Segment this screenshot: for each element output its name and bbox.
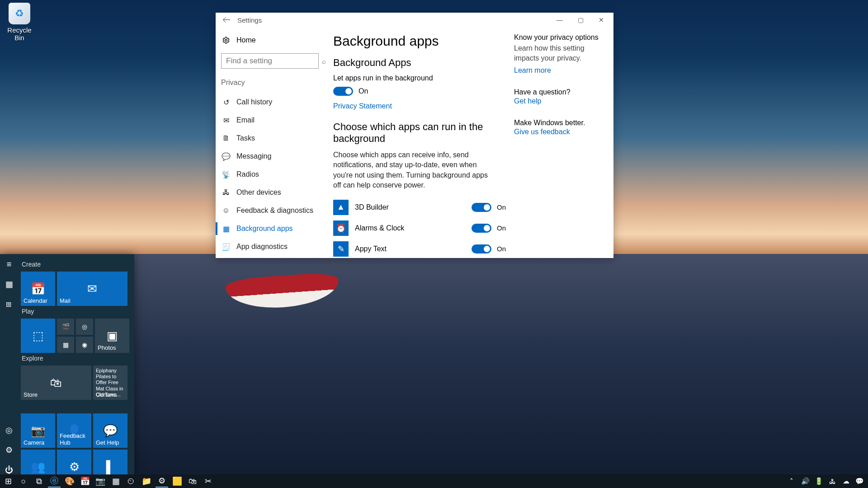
nav-label: Messaging — [236, 152, 271, 160]
tile-mail[interactable]: ✉Mail — [57, 272, 127, 306]
tile-store[interactable]: 🛍 Store — [21, 366, 91, 400]
tile-maps[interactable]: ◉ — [76, 337, 93, 353]
rail-list-icon[interactable]: 🗉 — [5, 300, 14, 309]
snip-icon[interactable]: ✂ — [202, 475, 214, 488]
get-help-link[interactable]: Get help — [514, 97, 608, 105]
tile-icon: 💬 — [103, 424, 118, 438]
tile-notes[interactable]: ▌ — [93, 450, 127, 474]
recycle-bin-label: Recycle Bin — [7, 26, 31, 42]
group-explore: Explore — [22, 355, 131, 362]
paint-icon[interactable]: 🎨 — [63, 475, 76, 488]
section-description: Choose which apps can receive info, send… — [333, 150, 496, 191]
settings-main: Background apps Background Apps Let apps… — [324, 27, 514, 258]
nav-item-diag[interactable]: 🧾App diagnostics — [221, 238, 324, 256]
title-bar: 🡠 Settings — ▢ ✕ — [216, 13, 613, 27]
tile-movies[interactable]: 🎬 — [57, 319, 74, 335]
photos-label: Photos — [98, 344, 116, 351]
tile-icon: 📷 — [31, 424, 45, 438]
maximize-button[interactable]: ▢ — [570, 13, 591, 27]
store-taskbar-icon[interactable]: 🛍 — [186, 475, 199, 488]
nav-item-tasks[interactable]: 🗎Tasks — [221, 129, 324, 147]
group-play: Play — [22, 308, 131, 315]
tile-settings[interactable]: ⚙ — [57, 450, 91, 474]
calendar-taskbar-icon[interactable]: 📅 — [79, 475, 91, 488]
nav-item-other[interactable]: 🖧Other devices — [221, 183, 324, 202]
settings-taskbar-icon[interactable]: ⚙ — [156, 475, 168, 488]
privacy-statement-link[interactable]: Privacy Statement — [333, 102, 506, 110]
rail-pinned-icon[interactable]: ▦ — [5, 280, 14, 289]
task-view-button[interactable]: ⧉ — [33, 475, 45, 488]
tile-groove[interactable]: ◎ — [76, 319, 93, 335]
tile-calendar[interactable]: 📅Calendar — [21, 272, 55, 306]
nav-item-email[interactable]: ✉Email — [221, 111, 324, 129]
hamburger-icon[interactable]: ≡ — [5, 260, 14, 269]
start-rail: ≡ ▦ 🗉 ◎ ⚙ ⏻ — [0, 254, 18, 474]
tile-get-help[interactable]: 💬Get Help — [93, 413, 127, 448]
tray-volume-icon[interactable]: 🔊 — [801, 477, 809, 485]
radios-icon: 📡 — [222, 170, 230, 178]
tile-label: Calendar — [24, 297, 47, 304]
rail-power-icon[interactable]: ⏻ — [5, 465, 14, 474]
app-name: Appy Text — [355, 245, 459, 253]
tile-3d[interactable]: ⬚ — [21, 319, 55, 353]
section-heading-1: Background Apps — [333, 57, 506, 69]
rail-settings-icon[interactable]: ⚙ — [5, 446, 14, 455]
camera-taskbar-icon[interactable]: 📷 — [94, 475, 107, 488]
recycle-bin[interactable]: Recycle Bin — [4, 3, 35, 42]
search-input[interactable] — [226, 56, 322, 66]
nav-label: Email — [236, 116, 255, 124]
app-row: ⏰ Alarms & Clock On — [333, 218, 506, 239]
search-box[interactable]: ⌕ — [221, 53, 319, 69]
app-toggle[interactable] — [472, 224, 491, 233]
privacy-options-caption: Learn how this setting impacts your priv… — [514, 43, 608, 63]
feedback-link[interactable]: Give us feedback — [514, 128, 608, 136]
tray-network-icon[interactable]: 🖧 — [828, 477, 836, 485]
section-heading-2: Choose which apps can run in the backgro… — [333, 121, 506, 145]
nav-item-messaging[interactable]: 💬Messaging — [221, 147, 324, 165]
minimize-button[interactable]: — — [549, 13, 570, 27]
privacy-options-title: Know your privacy options — [514, 33, 608, 42]
edge-icon[interactable]: ⓔ — [48, 475, 61, 488]
nav-item-history[interactable]: ↺Call history — [221, 93, 324, 111]
home-nav[interactable]: Home — [221, 34, 324, 53]
clapper-icon: 🎬 — [62, 323, 70, 330]
sticky-notes-icon[interactable]: 🟨 — [171, 475, 184, 488]
people-icon: 👥 — [31, 460, 45, 474]
tile-cortana[interactable]: Epiphany Pilates to Offer Free Mat Class… — [93, 366, 127, 400]
tile-camera[interactable]: 📷Camera — [21, 413, 55, 448]
master-toggle[interactable] — [333, 87, 353, 96]
tray-chevron-icon[interactable]: ˄ — [788, 477, 796, 485]
app-toggle[interactable] — [472, 244, 491, 253]
svg-point-0 — [225, 39, 227, 42]
group-create: Create — [22, 261, 131, 268]
explorer-icon[interactable]: 📁 — [140, 475, 153, 488]
tile-icon: ✉ — [87, 282, 97, 296]
learn-more-link[interactable]: Learn more — [514, 66, 608, 75]
tray-onedrive-icon[interactable]: ☁ — [842, 477, 850, 485]
rail-user-icon[interactable]: ◎ — [5, 426, 14, 435]
close-button[interactable]: ✕ — [591, 13, 612, 27]
tile-photos[interactable]: ▣ Photos — [95, 319, 129, 353]
tile-label: Mail — [60, 297, 71, 304]
background-icon: ▦ — [222, 225, 230, 233]
calculator-taskbar-icon[interactable]: ▦ — [109, 475, 122, 488]
nav-label: Feedback & diagnostics — [236, 206, 313, 215]
cortana-button[interactable]: ○ — [17, 475, 30, 488]
app-row: ▲ 3D Builder On — [333, 197, 506, 218]
alarm-taskbar-icon[interactable]: ⏲ — [125, 475, 137, 488]
tray-action-center-icon[interactable]: 💬 — [855, 477, 863, 485]
app-toggle[interactable] — [472, 203, 491, 212]
start-menu: ≡ ▦ 🗉 ◎ ⚙ ⏻ Create 📅Calendar✉Mail Play ⬚… — [0, 254, 134, 474]
nav-item-background[interactable]: ▦Background apps — [221, 220, 324, 238]
nav-label: Tasks — [236, 134, 255, 142]
back-button[interactable]: 🡠 — [217, 15, 236, 25]
tile-people[interactable]: 👥 — [21, 450, 55, 474]
tile-feedback-hub[interactable]: 👤Feedback Hub — [57, 413, 91, 448]
settings-right-pane: Know your privacy options Learn how this… — [514, 27, 613, 258]
nav-item-radios[interactable]: 📡Radios — [221, 165, 324, 183]
tray-battery-icon[interactable]: 🔋 — [815, 477, 823, 485]
start-button[interactable]: ⊞ — [2, 475, 14, 488]
nav-item-feedback[interactable]: ☺Feedback & diagnostics — [221, 202, 324, 220]
page-title: Background apps — [333, 33, 506, 49]
tile-calc[interactable]: ▦ — [57, 337, 74, 353]
